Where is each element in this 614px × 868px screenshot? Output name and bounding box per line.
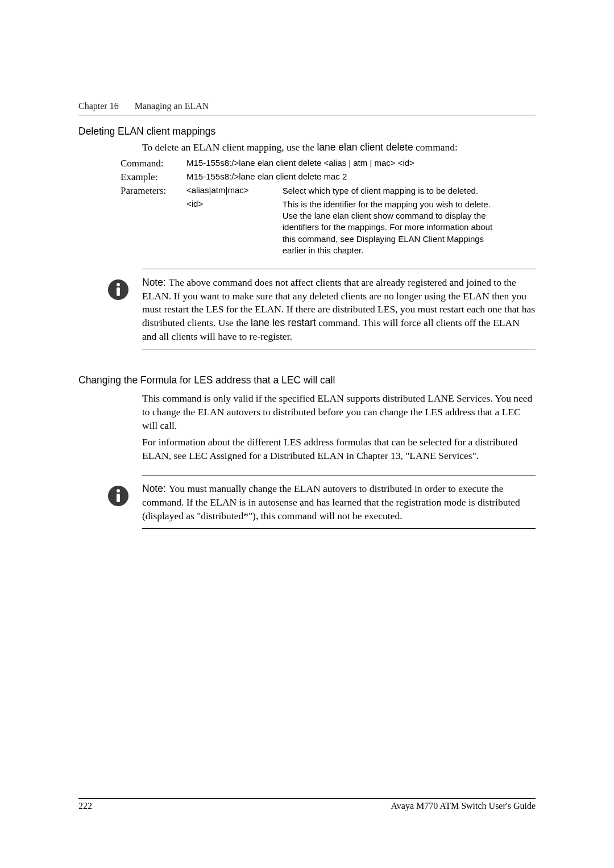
section-heading-changing: Changing the Formula for LES address tha… [78,374,536,386]
param2-desc-2a: Use the [283,211,314,220]
param1-left: <alias|atm|mac> [186,185,280,195]
note2-row: Note: You must manually change the ELAN … [107,482,536,523]
param-body-1: <alias|atm|mac> Select which type of cli… [186,185,505,197]
example-row: Example: M15-155s8:/>lane elan client de… [121,172,536,183]
param2-cmd: lane elan client show [314,211,393,220]
note2-rule-bottom [142,528,536,529]
intro-text-1: To delete an ELAN client mapping, use th… [142,141,317,153]
info-icon [107,278,130,301]
note1-row: Note: The above command does not affect … [107,276,536,343]
section-b-p2: For information about the different LES … [142,436,536,462]
info-icon [107,485,130,507]
note2-label: Note: [142,483,169,494]
svg-rect-5 [117,494,120,502]
section-b-p1: This command is only valid if the specif… [142,392,536,432]
svg-point-4 [117,489,120,493]
note1-text: Note: The above command does not affect … [142,276,536,343]
command-table: Command: M15-155s8:/>lane elan client de… [121,158,536,257]
section-b-body: This command is only valid if the specif… [142,392,536,462]
note2-rule-top [142,475,536,475]
parameters-row-2: <id> This is the identifier for the mapp… [121,199,536,256]
footer-rule [78,798,536,799]
param-body-2: <id> This is the identifier for the mapp… [186,199,505,256]
note1-cmd: lane les restart [251,317,316,328]
note1-label: Note: [142,277,169,288]
parameters-row-1: Parameters: <alias|atm|mac> Select which… [121,185,536,197]
page-body: Chapter 16 Managing an ELAN Deleting ELA… [0,0,614,529]
chapter-title: Managing an ELAN [135,101,209,111]
param2-desc-1: This is the identifier for the mapping y… [283,199,491,209]
header-rule [78,115,536,115]
running-header: Chapter 16 Managing an ELAN [78,101,536,111]
param1-right: Select which type of client mapping is t… [283,185,503,197]
note1-rule-top [142,269,536,269]
note2-text: Note: You must manually change the ELAN … [142,482,536,523]
label-parameters: Parameters: [121,185,184,197]
example-value: M15-155s8:/>lane elan client delete mac … [186,172,505,181]
note1-rule-bottom [142,349,536,349]
intro-text-2: command: [413,141,458,153]
section-heading-deleting: Deleting ELAN client mappings [78,126,536,137]
doc-title: Avaya M770 ATM Switch User's Guide [391,801,536,811]
param2-right: This is the identifier for the mapping y… [283,199,503,256]
note2-body: You must manually change the ELAN autove… [142,483,520,521]
svg-rect-2 [117,287,120,296]
label-command: Command: [121,158,184,169]
page-number: 222 [78,801,92,811]
intro-block: To delete an ELAN client mapping, use th… [142,141,536,155]
intro-paragraph: To delete an ELAN client mapping, use th… [142,141,536,155]
chapter-number: Chapter 16 [78,101,119,111]
label-parameters-blank [121,199,184,210]
intro-command: lane elan client delete [317,141,413,153]
command-value: M15-155s8:/>lane elan client delete <ali… [186,158,505,168]
command-row: Command: M15-155s8:/>lane elan client de… [121,158,536,169]
label-example: Example: [121,172,184,183]
svg-point-1 [117,283,120,286]
param2-left: <id> [186,199,280,208]
page-footer: 222 Avaya M770 ATM Switch User's Guide [78,798,536,811]
